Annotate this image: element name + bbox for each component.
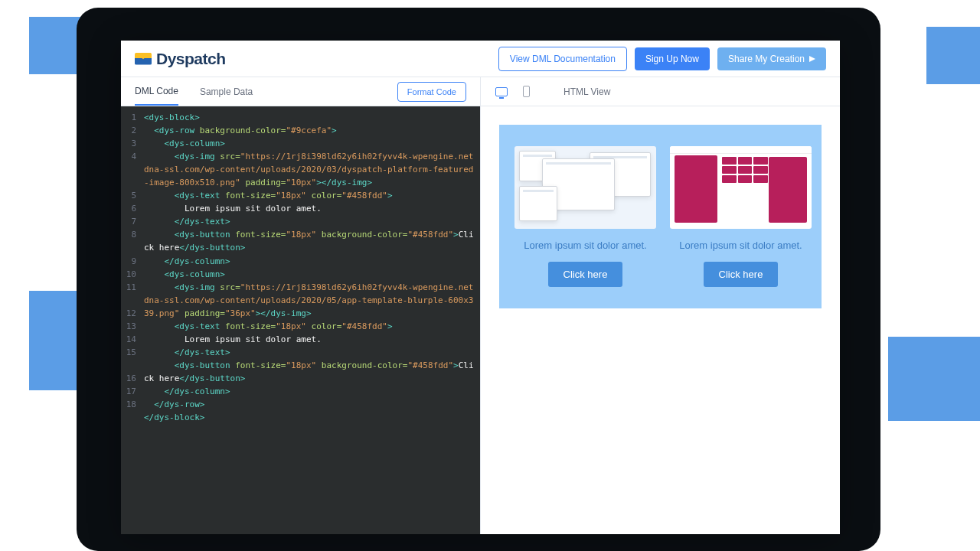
app-window: Dyspatch View DML Documentation Sign Up … xyxy=(121,41,840,534)
view-docs-button[interactable]: View DML Documentation xyxy=(498,47,627,71)
brand-name: Dyspatch xyxy=(156,50,226,68)
preview-text: Lorem ipsum sit dolor amet. xyxy=(679,240,802,251)
share-button[interactable]: Share My Creation xyxy=(717,47,826,70)
tab-dml-code[interactable]: DML Code xyxy=(135,78,178,106)
mobile-view-button[interactable] xyxy=(519,85,533,99)
preview-column: Lorem ipsum sit dolor amet. Click here xyxy=(514,146,656,287)
code-body[interactable]: <dys-block> <dys-row background-color="#… xyxy=(141,106,480,534)
device-switcher xyxy=(495,85,533,99)
header: Dyspatch View DML Documentation Sign Up … xyxy=(121,41,840,77)
split-panes: DML Code Sample Data Format Code 1234 56… xyxy=(121,77,840,534)
logo[interactable]: Dyspatch xyxy=(135,50,226,68)
preview-cta-button[interactable]: Click here xyxy=(704,262,779,287)
decor-square xyxy=(888,337,980,421)
preview-block: Lorem ipsum sit dolor amet. Click here L… xyxy=(499,125,822,308)
tab-html-view[interactable]: HTML View xyxy=(564,79,610,105)
desktop-icon xyxy=(495,87,508,96)
sign-up-button[interactable]: Sign Up Now xyxy=(635,47,710,70)
share-label: Share My Creation xyxy=(728,54,805,64)
preview-text: Lorem ipsum sit dolor amet. xyxy=(524,240,646,251)
left-tabstrip: DML Code Sample Data Format Code xyxy=(121,77,480,106)
mobile-icon xyxy=(523,86,530,97)
desktop-view-button[interactable] xyxy=(495,85,508,99)
tab-sample-data[interactable]: Sample Data xyxy=(200,79,253,105)
decor-square xyxy=(926,27,980,84)
preview-area: Lorem ipsum sit dolor amet. Click here L… xyxy=(481,106,840,534)
envelope-icon xyxy=(135,53,152,65)
right-tabstrip: HTML View xyxy=(481,77,840,106)
format-code-button[interactable]: Format Code xyxy=(397,82,466,102)
preview-column: Lorem ipsum sit dolor amet. Click here xyxy=(670,146,812,287)
preview-cta-button[interactable]: Click here xyxy=(548,262,623,287)
right-pane: HTML View Lorem ipsum sit dolor amet. Cl… xyxy=(481,77,840,534)
preview-image xyxy=(670,146,812,229)
code-editor[interactable]: 1234 5678 91011 12131415 161718 <dys-blo… xyxy=(121,106,480,534)
left-pane: DML Code Sample Data Format Code 1234 56… xyxy=(121,77,481,534)
send-icon xyxy=(809,56,815,62)
line-gutter: 1234 5678 91011 12131415 161718 xyxy=(121,106,141,534)
preview-image xyxy=(514,146,656,229)
